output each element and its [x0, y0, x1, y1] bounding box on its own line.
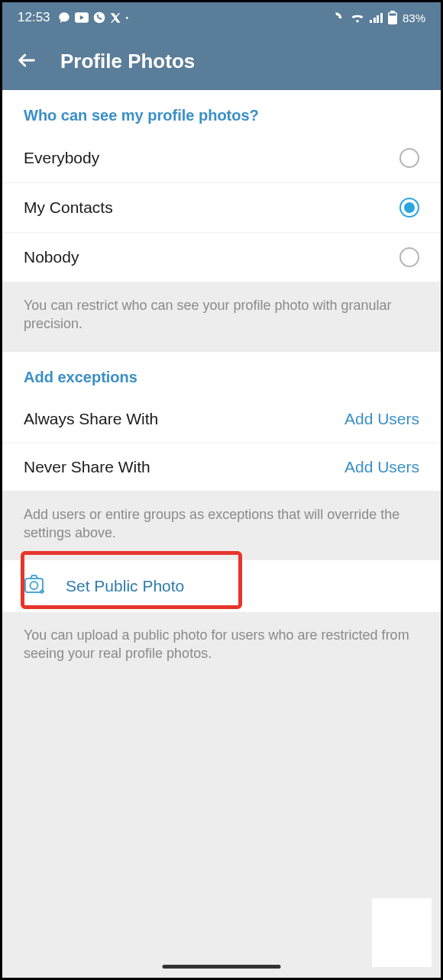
svg-rect-5 — [389, 14, 396, 16]
public-photo-info: You can upload a public photo for users … — [2, 612, 441, 682]
battery-pct: 83% — [403, 11, 425, 24]
exceptions-section-header: Add exceptions — [2, 352, 441, 395]
status-right: 83% — [333, 11, 425, 24]
volte-icon — [333, 11, 345, 24]
add-users-link[interactable]: Add Users — [344, 410, 419, 428]
set-public-photo-row[interactable]: Set Public Photo — [2, 560, 441, 612]
option-label: Everybody — [24, 149, 99, 167]
dot-icon: • — [126, 14, 129, 22]
page-title: Profile Photos — [60, 50, 195, 73]
battery-icon — [388, 11, 397, 24]
status-time: 12:53 — [18, 10, 50, 25]
signal-icon — [370, 12, 383, 23]
svg-rect-4 — [390, 11, 395, 13]
svg-point-2 — [357, 21, 358, 22]
chat-icon — [58, 11, 70, 24]
public-photo-label: Set Public Photo — [66, 577, 184, 595]
radio-icon — [399, 148, 419, 168]
nav-bar-indicator[interactable] — [163, 965, 281, 969]
status-notif-icons: • — [58, 11, 129, 24]
youtube-icon — [75, 12, 89, 23]
option-label: My Contacts — [24, 198, 113, 217]
visibility-section-header: Who can see my profile photos? — [2, 90, 441, 134]
visibility-info: You can restrict who can see your profil… — [2, 282, 441, 352]
exception-never-share[interactable]: Never Share With Add Users — [2, 443, 441, 492]
x-icon — [110, 12, 121, 24]
app-header: Profile Photos — [2, 33, 441, 90]
option-label: Nobody — [24, 248, 79, 266]
status-bar: 12:53 • 83% — [2, 2, 441, 33]
visibility-option-nobody[interactable]: Nobody — [2, 233, 441, 282]
exceptions-info: Add users or entire groups as exceptions… — [2, 492, 441, 561]
exception-label: Never Share With — [24, 458, 150, 476]
visibility-option-everybody[interactable]: Everybody — [2, 134, 441, 183]
camera-plus-icon — [24, 574, 47, 598]
add-users-link[interactable]: Add Users — [344, 458, 419, 476]
white-patch — [372, 898, 432, 967]
status-left: 12:53 • — [18, 10, 128, 25]
back-arrow-icon[interactable] — [16, 50, 37, 74]
visibility-option-my-contacts[interactable]: My Contacts — [2, 183, 441, 233]
svg-rect-6 — [25, 579, 43, 592]
phone-icon — [93, 11, 105, 24]
radio-icon — [399, 247, 419, 267]
exception-label: Always Share With — [24, 410, 158, 428]
radio-icon-selected — [399, 198, 419, 218]
exception-always-share[interactable]: Always Share With Add Users — [2, 395, 441, 443]
wifi-icon — [351, 12, 364, 23]
svg-point-7 — [31, 582, 38, 589]
